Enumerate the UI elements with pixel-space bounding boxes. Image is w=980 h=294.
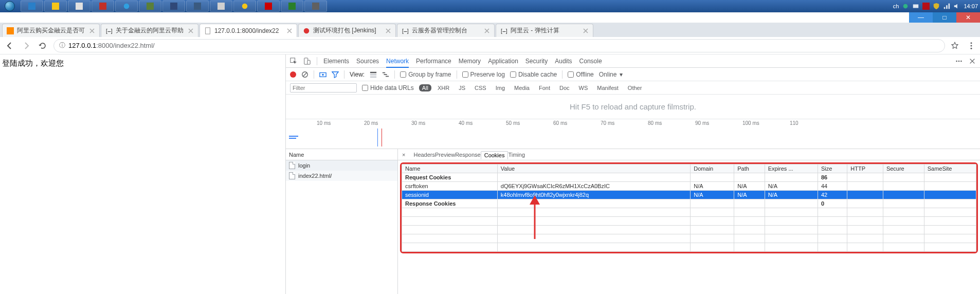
cookies-col-header[interactable]: Expires ... xyxy=(765,164,818,173)
detail-tab-response[interactable]: Response xyxy=(455,152,481,158)
cookies-row[interactable]: Response Cookies0 xyxy=(402,199,976,208)
browser-menu-icon[interactable] xyxy=(967,41,976,50)
taskbar-app[interactable] xyxy=(68,1,90,12)
inspect-element-icon[interactable] xyxy=(290,58,297,65)
filter-type-other[interactable]: Other xyxy=(625,84,645,91)
filter-type-manifest[interactable]: Manifest xyxy=(594,84,622,91)
devtools-tab-application[interactable]: Application xyxy=(488,58,518,65)
record-button[interactable] xyxy=(290,71,296,78)
taskbar-app[interactable] xyxy=(92,1,114,12)
taskbar-app[interactable] xyxy=(281,1,303,12)
filter-type-font[interactable]: Font xyxy=(536,84,553,91)
taskbar-app[interactable] xyxy=(186,1,209,12)
devtools-menu-icon[interactable] xyxy=(955,58,963,65)
bookmark-star-icon[interactable] xyxy=(950,41,959,50)
detail-close-icon[interactable]: × xyxy=(402,152,405,158)
browser-tab[interactable]: 127.0.0.1:8000/index22 xyxy=(199,24,297,37)
filter-icon[interactable] xyxy=(332,71,339,78)
cookies-row[interactable]: csrftokendQ6EYXj9GWsaKCIcR6zMH1XcCzA0BzI… xyxy=(402,182,976,191)
detail-tab-cookies[interactable]: Cookies xyxy=(481,151,509,159)
cookies-row[interactable]: Request Cookies86 xyxy=(402,173,976,182)
browser-tab[interactable]: 测试环境打包 [Jenkins] xyxy=(298,24,396,37)
devtools-tab-elements[interactable]: Elements xyxy=(323,58,349,65)
browser-tab[interactable]: [‒]阿里云 - 弹性计算 xyxy=(496,24,593,37)
filter-type-all[interactable]: All xyxy=(419,84,431,91)
volume-icon[interactable] xyxy=(953,3,960,10)
tab-close-icon[interactable] xyxy=(583,28,589,34)
windows-taskbar[interactable]: ch 14:07 xyxy=(0,0,980,12)
devtools-tab-performance[interactable]: Performance xyxy=(416,58,451,65)
request-item[interactable]: index22.html/ xyxy=(286,171,397,181)
waterfall-icon[interactable] xyxy=(382,71,389,78)
taskbar-app[interactable] xyxy=(21,1,43,12)
clear-icon[interactable] xyxy=(301,71,308,78)
cookies-col-header[interactable]: Value xyxy=(497,164,690,173)
large-rows-icon[interactable] xyxy=(370,71,377,78)
tray-icon[interactable] xyxy=(912,3,919,10)
capture-screenshots-icon[interactable] xyxy=(319,71,326,78)
taskbar-app[interactable] xyxy=(139,1,161,12)
devtools-tab-sources[interactable]: Sources xyxy=(356,58,379,65)
filter-type-media[interactable]: Media xyxy=(511,84,533,91)
tray-lang[interactable]: ch xyxy=(893,3,899,9)
system-tray[interactable]: ch 14:07 xyxy=(893,0,978,12)
disable-cache-checkbox[interactable]: Disable cache xyxy=(510,71,557,78)
shield-icon[interactable] xyxy=(933,3,940,10)
devtools-tab-network[interactable]: Network xyxy=(386,58,409,65)
window-minimize-button[interactable]: — xyxy=(909,12,933,23)
start-button[interactable] xyxy=(0,0,20,12)
request-list-header[interactable]: Name xyxy=(286,149,397,160)
cookies-col-header[interactable]: Name xyxy=(402,164,498,173)
filter-type-css[interactable]: CSS xyxy=(471,84,489,91)
cookies-col-header[interactable]: Size xyxy=(818,164,847,173)
network-timeline[interactable]: 10 ms20 ms30 ms40 ms50 ms60 ms70 ms80 ms… xyxy=(286,119,980,149)
taskbar-app[interactable] xyxy=(162,1,185,12)
device-toggle-icon[interactable] xyxy=(303,58,311,65)
cookies-col-header[interactable]: Secure xyxy=(883,164,924,173)
cookies-col-header[interactable]: HTTP xyxy=(847,164,883,173)
forward-button[interactable] xyxy=(21,40,32,51)
network-icon[interactable] xyxy=(943,3,950,10)
site-info-icon[interactable]: ⓘ xyxy=(59,41,65,50)
devtools-tab-audits[interactable]: Audits xyxy=(555,58,572,65)
reload-button[interactable] xyxy=(37,40,48,51)
request-item[interactable]: login xyxy=(286,160,397,171)
address-bar[interactable]: ⓘ 127.0.0.1:8000/index22.html/ xyxy=(53,39,945,52)
devtools-close-icon[interactable] xyxy=(969,58,976,65)
devtools-tab-console[interactable]: Console xyxy=(579,58,602,65)
offline-checkbox[interactable]: Offline xyxy=(568,71,593,78)
devtools-tab-security[interactable]: Security xyxy=(525,58,548,65)
cookies-col-header[interactable]: Path xyxy=(734,164,765,173)
tab-close-icon[interactable] xyxy=(89,28,95,34)
filter-type-doc[interactable]: Doc xyxy=(556,84,573,91)
tray-icon[interactable] xyxy=(902,3,909,10)
browser-tab[interactable]: 阿里云购买金融云是否可 xyxy=(2,24,100,37)
taskbar-app[interactable] xyxy=(210,1,232,12)
group-by-frame-checkbox[interactable]: Group by frame xyxy=(400,71,451,78)
tab-close-icon[interactable] xyxy=(385,28,391,34)
filter-type-js[interactable]: JS xyxy=(456,84,468,91)
hide-data-urls-checkbox[interactable]: Hide data URLs xyxy=(362,84,414,91)
filter-type-xhr[interactable]: XHR xyxy=(434,84,452,91)
browser-tab[interactable]: [‒]云服务器管理控制台 xyxy=(397,24,495,37)
flag-icon[interactable] xyxy=(922,3,930,10)
tab-close-icon[interactable] xyxy=(188,28,194,34)
devtools-tab-memory[interactable]: Memory xyxy=(459,58,481,65)
tray-clock[interactable]: 14:07 xyxy=(964,3,978,9)
browser-tab[interactable]: [‒]关于金融云的阿里云帮助 xyxy=(101,24,198,37)
tab-close-icon[interactable] xyxy=(484,28,490,34)
taskbar-app[interactable] xyxy=(304,1,327,12)
detail-tab-preview[interactable]: Preview xyxy=(435,152,455,158)
cookies-col-header[interactable]: SameSite xyxy=(924,164,976,173)
preserve-log-checkbox[interactable]: Preserve log xyxy=(462,71,505,78)
detail-tab-headers[interactable]: Headers xyxy=(413,152,435,158)
tab-close-icon[interactable] xyxy=(286,28,293,34)
window-maximize-button[interactable]: □ xyxy=(933,12,956,23)
filter-type-img[interactable]: Img xyxy=(493,84,508,91)
detail-tab-timing[interactable]: Timing xyxy=(508,152,525,158)
cookies-col-header[interactable]: Domain xyxy=(691,164,734,173)
taskbar-app[interactable] xyxy=(233,1,256,12)
filter-input[interactable] xyxy=(290,83,357,93)
taskbar-app[interactable] xyxy=(44,1,67,12)
window-close-button[interactable]: ✕ xyxy=(956,12,980,23)
